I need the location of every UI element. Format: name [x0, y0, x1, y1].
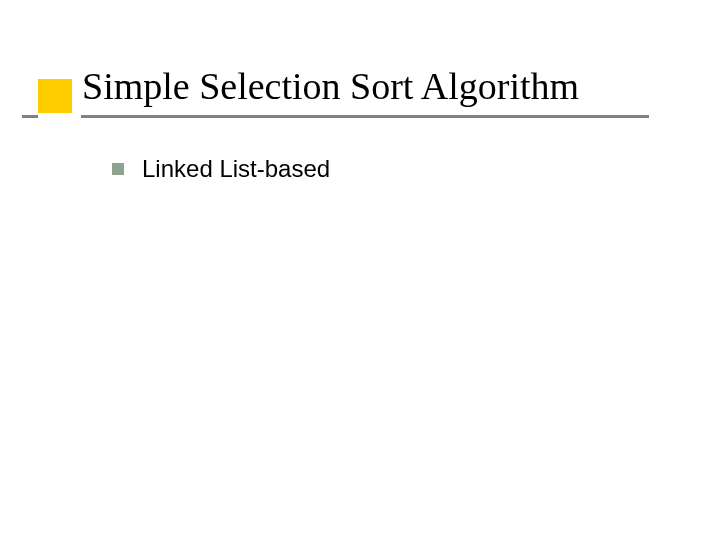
accent-square-icon	[38, 79, 72, 113]
bullet-square-icon	[112, 163, 124, 175]
slide-title: Simple Selection Sort Algorithm	[82, 64, 579, 108]
slide: Simple Selection Sort Algorithm Linked L…	[0, 0, 720, 540]
bullet-row: Linked List-based	[112, 155, 330, 183]
bullet-text: Linked List-based	[142, 155, 330, 183]
title-underline-left	[22, 115, 38, 118]
title-underline	[81, 115, 649, 118]
